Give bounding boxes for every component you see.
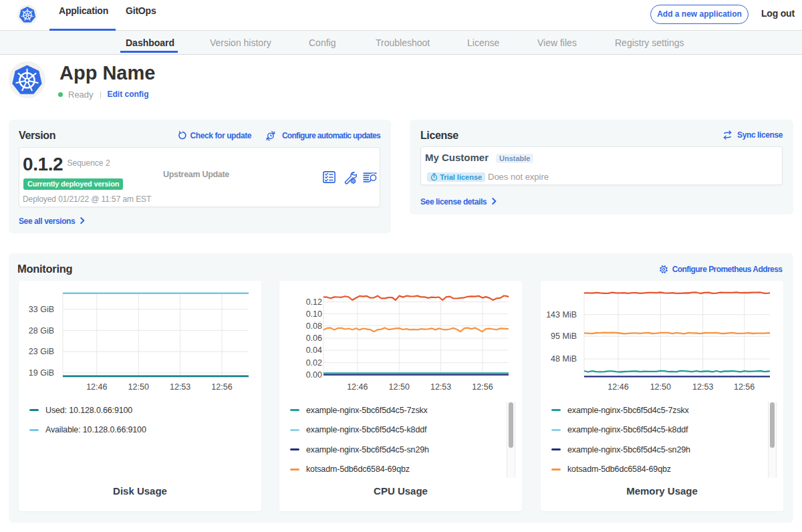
svg-text:19 GiB: 19 GiB: [29, 368, 54, 378]
svg-text:12:56: 12:56: [734, 382, 755, 392]
svg-text:0.12: 0.12: [306, 297, 322, 307]
svg-text:48 MiB: 48 MiB: [551, 354, 577, 364]
svg-text:12:56: 12:56: [211, 382, 232, 392]
svg-text:0.02: 0.02: [306, 358, 322, 368]
svg-text:12:46: 12:46: [608, 382, 628, 392]
svg-text:12:53: 12:53: [692, 382, 713, 392]
svg-text:0.06: 0.06: [306, 334, 322, 343]
svg-text:143 MiB: 143 MiB: [546, 310, 577, 319]
svg-text:0.00: 0.00: [306, 370, 322, 380]
svg-text:0.08: 0.08: [306, 321, 322, 331]
svg-text:23 GiB: 23 GiB: [29, 347, 54, 356]
svg-text:28 GiB: 28 GiB: [29, 326, 54, 336]
svg-text:12:50: 12:50: [650, 382, 671, 392]
svg-text:12:46: 12:46: [86, 382, 107, 392]
svg-text:0.10: 0.10: [306, 309, 322, 319]
svg-text:33 GiB: 33 GiB: [29, 305, 54, 314]
svg-text:95 MiB: 95 MiB: [551, 331, 577, 341]
svg-text:12:53: 12:53: [430, 382, 451, 392]
svg-text:12:50: 12:50: [389, 382, 410, 392]
svg-text:12:56: 12:56: [472, 382, 493, 392]
svg-text:12:50: 12:50: [128, 382, 149, 392]
svg-text:12:53: 12:53: [170, 382, 190, 392]
svg-text:0.04: 0.04: [306, 346, 322, 355]
svg-text:12:46: 12:46: [347, 382, 368, 392]
